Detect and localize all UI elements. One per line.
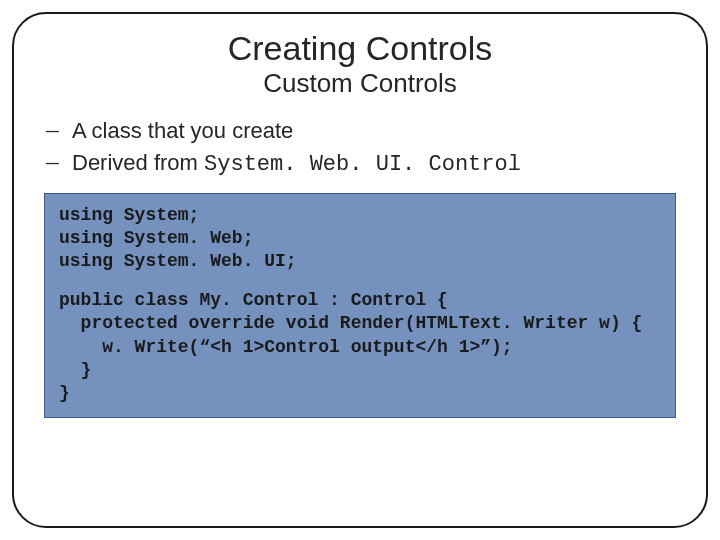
code-block-class: public class My. Control : Control { pro… (59, 289, 661, 404)
bullet-icon: ─ (46, 151, 72, 175)
bullet-text: A class that you create (72, 118, 293, 143)
bullet-list: ─A class that you create ─Derived from S… (46, 116, 678, 179)
bullet-item: ─A class that you create (46, 116, 678, 146)
bullet-icon: ─ (46, 119, 72, 143)
slide: Creating Controls Custom Controls ─A cla… (0, 0, 720, 540)
code-box: using System; using System. Web; using S… (44, 193, 676, 417)
slide-title: Creating Controls (42, 30, 678, 67)
code-block-usings: using System; using System. Web; using S… (59, 204, 661, 273)
bullet-text: Derived from (72, 150, 204, 175)
slide-frame: Creating Controls Custom Controls ─A cla… (12, 12, 708, 528)
slide-subtitle: Custom Controls (42, 69, 678, 98)
bullet-code: System. Web. UI. Control (204, 152, 521, 177)
bullet-item: ─Derived from System. Web. UI. Control (46, 148, 678, 180)
